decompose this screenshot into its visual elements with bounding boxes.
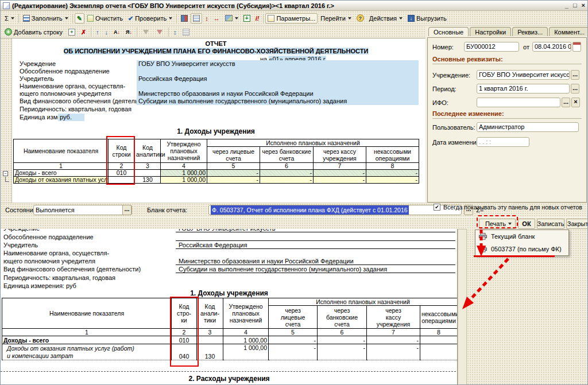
cell-c8[interactable]: - [366, 177, 419, 184]
copy-row-button[interactable]: + [66, 27, 78, 37]
chevron-down-icon [65, 17, 68, 20]
ifo-clear-button[interactable]: × [571, 98, 580, 107]
always-show-checkbox[interactable]: ✔ Всегда показывать эту панель для новых… [434, 204, 582, 211]
founder-field[interactable]: Российская Федерация [137, 75, 419, 83]
authority-field[interactable]: Министерство образования и науки Российс… [137, 90, 419, 98]
tab-settings[interactable]: Настройки [470, 27, 511, 36]
cell-c5[interactable]: - [207, 170, 260, 177]
clear-button[interactable]: Очистить [85, 13, 125, 24]
periodicity-label: Периодичность: квартальная, годовая [20, 106, 131, 113]
parameters-button[interactable]: Параметры... [265, 13, 318, 24]
picture-button[interactable] [223, 13, 241, 23]
cell-analytics[interactable]: 130 [135, 177, 161, 184]
cell-approved[interactable]: 1 000,00 [161, 177, 207, 184]
cell-code[interactable]: 010 [109, 170, 135, 177]
sort-asc-icon: А↓ [114, 29, 120, 35]
cell-c8[interactable]: - [366, 170, 419, 177]
help-button[interactable]: ? [354, 13, 366, 24]
menu-item-current-blank[interactable]: Текущий бланк [475, 230, 568, 243]
header-personal-accounts: через лицевые счета [207, 147, 260, 163]
cell-c7[interactable]: - [314, 177, 366, 184]
date-field[interactable]: 08.04.2016 0:0 [532, 42, 571, 52]
collapse-columns-button[interactable]: ↔ [211, 13, 222, 24]
financing-field[interactable]: Субсидии на выполнение государственного … [137, 98, 419, 105]
edit-button[interactable]: ✎ [75, 13, 84, 24]
fill-icon [23, 15, 30, 22]
goto-button[interactable]: Перейти [318, 13, 354, 24]
tab-comment[interactable]: Коммент... [549, 27, 588, 36]
close-button[interactable]: × [582, 2, 585, 9]
cell-c6[interactable]: - [260, 170, 314, 177]
division-field[interactable] [137, 68, 419, 75]
sort-asc-button[interactable]: А↓ [111, 28, 122, 37]
panel-tabs: Основные Настройки Реквиз... Коммент... [428, 27, 588, 36]
menu-item-0503737[interactable]: 0503737 (по письму ФК) [475, 243, 568, 255]
cell-name[interactable]: Доходы от оказания платных услуг [14, 177, 109, 184]
number-field[interactable]: БУ000012 [464, 42, 519, 52]
blank-label: Бланк отчета: [147, 207, 187, 213]
filter-edit-button[interactable] [140, 28, 152, 36]
collapse-rows-button[interactable]: ↕ [203, 13, 211, 24]
cell-code: 010 [172, 336, 197, 344]
add-row-button[interactable]: +Добавить строку [2, 26, 65, 37]
fill-button[interactable]: Заполнить [21, 13, 71, 24]
chevron-down-icon [348, 17, 351, 20]
export-button[interactable]: ↓Выгрузить [405, 13, 449, 24]
user-field[interactable]: Администратор [477, 122, 579, 132]
ok-button[interactable]: ОК [518, 219, 535, 229]
actions-button[interactable]: Действия [367, 13, 405, 24]
cell-code[interactable] [109, 177, 135, 184]
split-view-button[interactable] [179, 13, 190, 24]
table-row: Доходы - всего 010 1 000,00 - - - - [14, 170, 419, 177]
delete-row-button[interactable]: ✗ [79, 27, 88, 37]
cell-c7[interactable]: - [314, 170, 366, 177]
institution-field[interactable]: ГОБУ ВПО Университет искусств (Су [477, 70, 570, 80]
cell-approved: 1 000,00 [223, 336, 269, 344]
unit-field[interactable]: руб. [58, 114, 84, 121]
move-up-button[interactable]: ↑ [94, 27, 102, 37]
print-button[interactable]: Печать [479, 219, 516, 229]
period-field[interactable]: 1 квартал 2016 г. [477, 84, 570, 94]
institution-select-button[interactable]: ... [571, 70, 579, 80]
sigma-icon: Σ [5, 15, 9, 22]
ifo-select-button[interactable]: ... [562, 98, 570, 107]
save-button[interactable]: Записать [537, 219, 564, 229]
cell-c5[interactable]: - [207, 177, 260, 184]
cell-analytics[interactable] [135, 170, 161, 177]
state-field[interactable]: Выполняется [33, 205, 132, 215]
check-button[interactable]: ✔Проверить [126, 13, 175, 24]
info-button[interactable]: i! [253, 13, 262, 24]
calendar-icon[interactable] [572, 42, 581, 52]
state-select-button[interactable]: ... [122, 205, 131, 215]
tab-main[interactable]: Основные [428, 27, 469, 36]
cell-c6[interactable]: - [260, 177, 314, 184]
tab-requisites[interactable]: Реквиз... [512, 27, 548, 36]
insert-button[interactable]: + [241, 13, 253, 24]
sort-desc-button[interactable]: Я↓ [123, 28, 134, 37]
authority-field-empty[interactable] [137, 83, 419, 90]
cell-name: Доходы от оказания платных услуг (работ)… [2, 344, 172, 360]
blank-field[interactable]: Ф. 0503737, Отчет об исполнении плана ФХ… [208, 205, 462, 215]
properties-button[interactable] [180, 27, 192, 37]
tree-collapse-icon[interactable]: − [3, 171, 8, 176]
maximize-button[interactable]: □ [573, 2, 577, 9]
minimize-button[interactable]: _ [565, 2, 568, 9]
move-down-button[interactable]: ↓ [103, 27, 111, 37]
section1-title: 1. Доходы учреждения [13, 127, 419, 135]
vertical-scrollbar[interactable] [458, 229, 467, 385]
sum-button[interactable]: Σ [2, 13, 17, 24]
change-date-field[interactable]: . . : : [477, 137, 529, 147]
filter-clear-button[interactable] [153, 28, 166, 36]
list-view-button[interactable] [191, 13, 202, 24]
parameters-label: Параметры... [276, 15, 315, 22]
cell-name[interactable]: Доходы - всего [14, 170, 109, 177]
collapse-vertical-icon: ↕ [205, 15, 208, 22]
period-select-button[interactable]: ... [571, 84, 579, 94]
row-height-button[interactable]: ↕ [171, 27, 179, 37]
institution-field[interactable]: ГОБУ ВПО Университет искусств [137, 60, 419, 68]
page-break-line [1, 371, 456, 372]
ifo-field[interactable] [477, 98, 560, 107]
cell-approved[interactable]: 1 000,00 [161, 170, 207, 177]
close-form-button[interactable]: Закрыть [566, 219, 588, 229]
col-num: 2 [172, 329, 197, 336]
